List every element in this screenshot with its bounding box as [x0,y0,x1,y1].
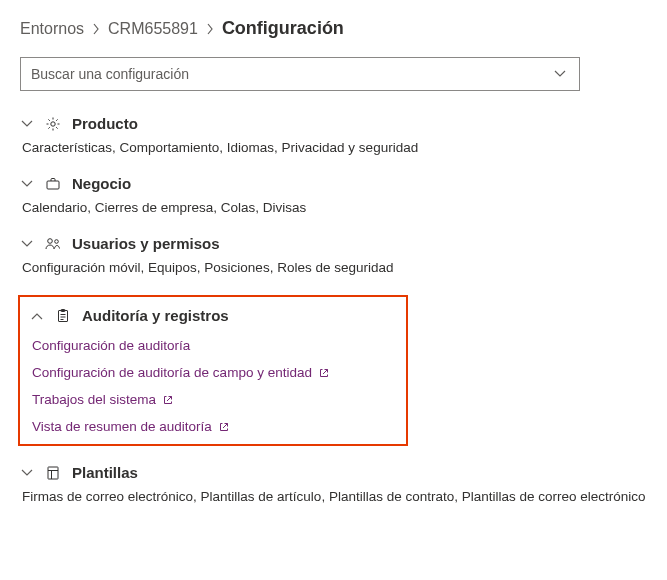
chevron-right-icon [206,23,214,35]
section-business: Negocio Calendario, Cierres de empresa, … [20,175,647,215]
section-title: Auditoría y registros [82,307,229,324]
search-input[interactable] [20,57,580,91]
section-desc: Características, Comportamiento, Idiomas… [22,140,647,155]
link-label: Configuración de auditoría de campo y en… [32,365,312,380]
gear-icon [44,116,62,132]
link-system-jobs[interactable]: Trabajos del sistema [32,392,396,407]
link-label: Configuración de auditoría [32,338,190,353]
highlight-box-audit: Auditoría y registros Configuración de a… [18,295,408,446]
template-icon [44,465,62,481]
link-audit-summary[interactable]: Vista de resumen de auditoría [32,419,396,434]
section-header-business[interactable]: Negocio [20,175,647,192]
search-wrap [20,57,647,91]
clipboard-icon [54,308,72,324]
section-product: Producto Características, Comportamiento… [20,115,647,155]
breadcrumb-root[interactable]: Entornos [20,20,84,38]
section-desc: Firmas de correo electrónico, Plantillas… [22,489,647,504]
svg-point-2 [48,238,53,243]
svg-point-0 [51,121,55,125]
section-title: Plantillas [72,464,138,481]
breadcrumb-env[interactable]: CRM655891 [108,20,198,38]
briefcase-icon [44,176,62,192]
external-link-icon [162,394,174,406]
svg-rect-1 [47,181,59,189]
section-header-audit[interactable]: Auditoría y registros [30,307,396,324]
chevron-up-icon [30,312,44,320]
section-templates: Plantillas Firmas de correo electrónico,… [20,464,647,504]
chevron-down-icon [20,240,34,248]
audit-link-list: Configuración de auditoría Configuración… [32,338,396,434]
people-icon [44,236,62,252]
section-desc: Configuración móvil, Equipos, Posiciones… [22,260,647,275]
breadcrumb-current: Configuración [222,18,344,39]
external-link-icon [318,367,330,379]
section-header-users[interactable]: Usuarios y permisos [20,235,647,252]
link-audit-config[interactable]: Configuración de auditoría [32,338,396,353]
section-title: Negocio [72,175,131,192]
chevron-down-icon [20,469,34,477]
link-audit-field-entity[interactable]: Configuración de auditoría de campo y en… [32,365,396,380]
section-header-templates[interactable]: Plantillas [20,464,647,481]
link-label: Vista de resumen de auditoría [32,419,212,434]
svg-rect-6 [48,467,58,479]
section-title: Producto [72,115,138,132]
chevron-right-icon [92,23,100,35]
external-link-icon [218,421,230,433]
chevron-down-icon [20,120,34,128]
section-title: Usuarios y permisos [72,235,220,252]
section-header-product[interactable]: Producto [20,115,647,132]
section-users: Usuarios y permisos Configuración móvil,… [20,235,647,275]
section-desc: Calendario, Cierres de empresa, Colas, D… [22,200,647,215]
breadcrumb: Entornos CRM655891 Configuración [20,18,647,39]
chevron-down-icon [20,180,34,188]
link-label: Trabajos del sistema [32,392,156,407]
svg-point-3 [55,239,59,243]
